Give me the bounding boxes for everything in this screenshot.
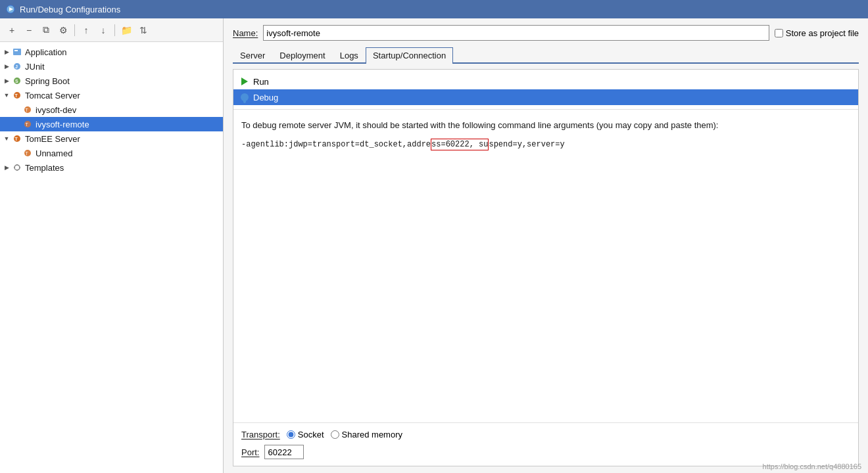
ivysoft-remote-icon: T bbox=[22, 119, 33, 129]
move-up-button[interactable]: ↑ bbox=[78, 22, 94, 38]
tree-item-ivysoft-remote[interactable]: T ivysoft-remote bbox=[0, 117, 223, 131]
transport-label: Transport: bbox=[241, 430, 280, 439]
application-icon bbox=[12, 47, 22, 57]
name-input[interactable] bbox=[263, 25, 769, 41]
description-area: To debug remote server JVM, it should be… bbox=[233, 110, 858, 422]
toolbar-separator-2 bbox=[114, 24, 115, 36]
toolbar-separator-1 bbox=[74, 24, 75, 36]
bottom-options: Transport: Socket Shared memory Port: bbox=[233, 422, 858, 466]
shared-memory-option[interactable]: Shared memory bbox=[331, 430, 402, 439]
unnamed-label: Unnamed bbox=[36, 148, 72, 158]
tab-logs[interactable]: Logs bbox=[333, 47, 366, 64]
svg-text:J: J bbox=[15, 64, 18, 69]
tomee-server-icon: T bbox=[12, 133, 22, 144]
remove-button[interactable]: − bbox=[21, 22, 37, 38]
arrow-tomee-server bbox=[1, 133, 12, 144]
command-post: spend=y,server=y bbox=[489, 140, 564, 149]
tree-container: Application J JUnit S Spring Boot bbox=[0, 42, 223, 473]
tree-item-tomcat-server[interactable]: T Tomcat Server bbox=[0, 88, 223, 102]
templates-label: Templates bbox=[25, 163, 64, 173]
folder-button[interactable]: 📁 bbox=[118, 22, 134, 38]
tree-item-ivysoft-dev[interactable]: T ivysoft-dev bbox=[0, 102, 223, 117]
svg-text:T: T bbox=[15, 137, 18, 141]
socket-option[interactable]: Socket bbox=[287, 430, 324, 439]
svg-text:S: S bbox=[15, 79, 18, 83]
svg-text:T: T bbox=[26, 108, 29, 112]
run-label: Run bbox=[253, 77, 269, 87]
sort-button[interactable]: ⇅ bbox=[135, 22, 151, 38]
ivysoft-dev-label: ivysoft-dev bbox=[36, 105, 76, 115]
application-label: Application bbox=[25, 47, 67, 57]
tab-deployment[interactable]: Deployment bbox=[272, 47, 332, 64]
arrow-tomcat-server bbox=[1, 90, 12, 101]
arrow-templates bbox=[1, 162, 12, 173]
settings-button[interactable]: ⚙ bbox=[55, 22, 71, 38]
run-debug-list: Run Debug bbox=[233, 70, 858, 110]
tabs-bar: Server Deployment Logs Startup/Connectio… bbox=[233, 47, 859, 64]
junit-label: JUnit bbox=[25, 62, 45, 72]
unnamed-icon: T bbox=[22, 148, 33, 158]
title-text: Run/Debug Configurations bbox=[20, 5, 120, 14]
svg-point-18 bbox=[14, 165, 20, 170]
tree-item-application[interactable]: Application bbox=[0, 45, 223, 59]
shared-memory-radio[interactable] bbox=[331, 430, 339, 439]
store-label: Store as project file bbox=[786, 28, 859, 38]
junit-icon: J bbox=[12, 61, 22, 72]
ivysoft-remote-label: ivysoft-remote bbox=[36, 120, 89, 129]
tree-item-spring-boot[interactable]: S Spring Boot bbox=[0, 74, 223, 88]
arrow-spring-boot bbox=[1, 76, 12, 86]
tree-item-templates[interactable]: Templates bbox=[0, 160, 223, 175]
add-button[interactable]: + bbox=[4, 22, 20, 38]
main-layout: + − ⧉ ⚙ ↑ ↓ 📁 ⇅ bbox=[0, 18, 868, 473]
play-icon bbox=[240, 77, 249, 86]
name-label: Name: bbox=[233, 28, 258, 38]
store-checkbox[interactable] bbox=[775, 29, 783, 37]
transport-row: Transport: Socket Shared memory bbox=[241, 430, 850, 439]
toolbar: + − ⧉ ⚙ ↑ ↓ 📁 ⇅ bbox=[0, 18, 223, 42]
title-bar: Run/Debug Configurations bbox=[0, 0, 868, 18]
left-panel: + − ⧉ ⚙ ↑ ↓ 📁 ⇅ bbox=[0, 18, 224, 473]
tree-item-tomee-server[interactable]: T TomEE Server bbox=[0, 131, 223, 146]
copy-button[interactable]: ⧉ bbox=[38, 22, 54, 38]
arrow-junit bbox=[1, 61, 12, 72]
move-down-button[interactable]: ↓ bbox=[95, 22, 111, 38]
shared-memory-label: Shared memory bbox=[342, 430, 402, 439]
socket-label: Socket bbox=[298, 430, 324, 439]
tab-server[interactable]: Server bbox=[233, 47, 272, 64]
port-label: Port: bbox=[241, 447, 259, 457]
templates-icon bbox=[12, 162, 22, 173]
command-pre: -agentlib:jdwp=transport=dt_socket,addre bbox=[241, 140, 431, 149]
tree-item-unnamed[interactable]: T Unnamed bbox=[0, 146, 223, 160]
arrow-application bbox=[1, 47, 12, 57]
spring-boot-label: Spring Boot bbox=[25, 76, 70, 86]
run-item[interactable]: Run bbox=[233, 74, 858, 89]
svg-text:T: T bbox=[26, 122, 29, 127]
command-line-container: -agentlib:jdwp=transport=dt_socket,addre… bbox=[241, 139, 850, 149]
tree-item-junit[interactable]: J JUnit bbox=[0, 59, 223, 74]
title-icon bbox=[5, 4, 16, 14]
port-input[interactable] bbox=[264, 445, 304, 459]
port-row: Port: bbox=[241, 445, 850, 459]
tab-startup-connection[interactable]: Startup/Connection bbox=[366, 47, 453, 64]
tab-content: Run Debug To debug remote server JVM, it… bbox=[233, 69, 859, 466]
name-row: Name: Store as project file bbox=[233, 25, 859, 41]
tomcat-server-label: Tomcat Server bbox=[25, 91, 80, 101]
command-highlight: ss=60222, su bbox=[431, 139, 489, 150]
socket-radio[interactable] bbox=[287, 430, 295, 439]
description-text: To debug remote server JVM, it should be… bbox=[241, 119, 850, 132]
spring-boot-icon: S bbox=[12, 76, 22, 86]
tomcat-server-icon: T bbox=[12, 90, 22, 101]
store-checkbox-row: Store as project file bbox=[775, 28, 859, 38]
tomee-server-label: TomEE Server bbox=[25, 134, 80, 144]
svg-text:T: T bbox=[15, 93, 18, 98]
watermark: https://blog.csdn.net/q4880165 bbox=[763, 462, 861, 470]
debug-item[interactable]: Debug bbox=[233, 89, 858, 105]
ivysoft-dev-icon: T bbox=[22, 104, 33, 115]
debug-icon bbox=[240, 93, 249, 102]
svg-text:T: T bbox=[26, 151, 29, 156]
debug-label: Debug bbox=[253, 93, 278, 102]
svg-rect-3 bbox=[14, 50, 18, 51]
svg-rect-2 bbox=[13, 49, 21, 55]
right-panel: Name: Store as project file Server Deplo… bbox=[224, 18, 868, 473]
